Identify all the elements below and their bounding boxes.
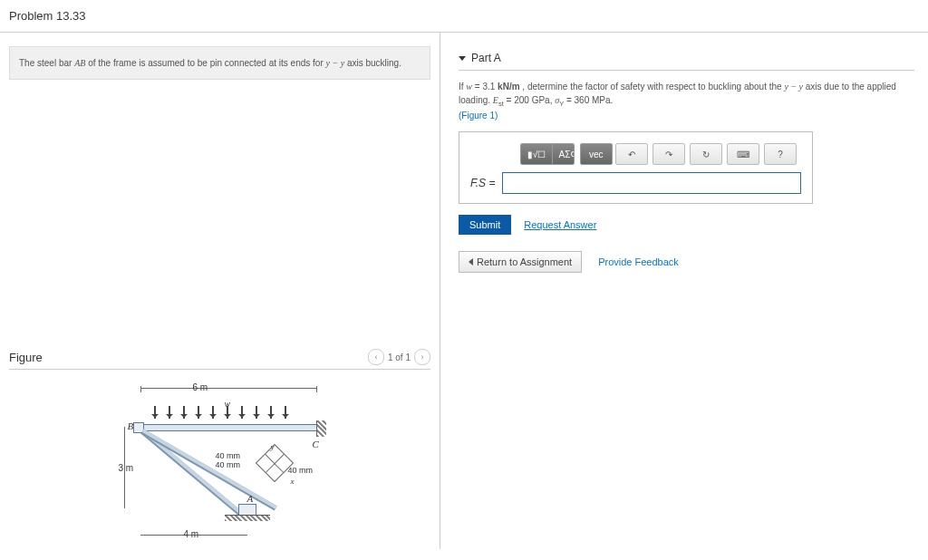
problem-intro: The steel bar AB of the frame is assumed… xyxy=(9,46,430,80)
beam xyxy=(140,424,319,431)
intro-text: axis buckling. xyxy=(344,58,401,68)
intro-text: of the frame is assumed to be pin connec… xyxy=(85,58,325,68)
part-title: Part A xyxy=(471,52,501,64)
reset-button[interactable]: ↻ xyxy=(690,143,722,165)
figure-pager: ‹ 1 of 1 › xyxy=(368,349,430,365)
pager-text: 1 of 1 xyxy=(388,352,411,362)
axis-x: x xyxy=(291,477,295,486)
load-arrows-icon xyxy=(148,406,311,422)
ground-icon xyxy=(225,515,270,521)
greek-button[interactable]: ΑΣΦ xyxy=(552,144,575,164)
pager-prev-button[interactable]: ‹ xyxy=(368,349,384,365)
part-header[interactable]: Part A xyxy=(459,46,914,71)
support-right-icon xyxy=(316,420,326,437)
dim-top: 6 m xyxy=(193,382,208,392)
brace-icon xyxy=(140,429,276,510)
figure-link[interactable]: (Figure 1) xyxy=(459,111,498,121)
dim-bottom: 4 m xyxy=(184,529,199,539)
axis-y: y xyxy=(271,442,275,451)
figure-diagram: 6 m w B C y x 40 mm 40 mm xyxy=(84,377,356,545)
caret-down-icon xyxy=(459,56,466,61)
undo-button[interactable]: ↶ xyxy=(615,143,648,165)
part-prompt: If w = 3.1 kN/m , determine the factor o… xyxy=(459,80,914,122)
redo-button[interactable]: ↷ xyxy=(652,143,685,165)
keyboard-button[interactable]: ⌨ xyxy=(727,143,759,165)
templates-button[interactable]: ▮√☐ xyxy=(521,144,552,164)
axis-text: y − y xyxy=(326,58,345,68)
answer-input[interactable] xyxy=(502,172,801,194)
dim-left: 3 m xyxy=(119,463,134,473)
chevron-left-icon xyxy=(469,258,473,266)
return-button[interactable]: Return to Assignment xyxy=(459,251,582,273)
problem-title: Problem 13.33 xyxy=(0,0,928,33)
request-answer-link[interactable]: Request Answer xyxy=(524,219,596,230)
feedback-link[interactable]: Provide Feedback xyxy=(598,256,679,267)
bar-name: AB xyxy=(74,58,85,68)
cross-section-icon xyxy=(255,444,293,482)
intro-text: The steel bar xyxy=(19,58,74,68)
return-label: Return to Assignment xyxy=(477,256,572,267)
point-B: B xyxy=(128,420,134,431)
math-toolbar: ▮√☐ ΑΣΦ ↓↑ vec ↶ ↷ ↻ ⌨ ? xyxy=(520,143,801,165)
dim-cs1: 40 mm xyxy=(216,451,241,460)
pager-next-button[interactable]: › xyxy=(414,349,430,365)
help-button[interactable]: ? xyxy=(764,143,797,165)
point-C: C xyxy=(313,439,319,449)
submit-button[interactable]: Submit xyxy=(459,215,511,235)
answer-label: F.S = xyxy=(470,177,495,189)
dim-cs3: 40 mm xyxy=(288,466,314,475)
point-A: A xyxy=(247,493,254,504)
figure-label: Figure xyxy=(9,351,43,364)
dim-cs2: 40 mm xyxy=(216,460,241,469)
vec-button[interactable]: vec xyxy=(580,143,613,165)
answer-box: ▮√☐ ΑΣΦ ↓↑ vec ↶ ↷ ↻ ⌨ ? F.S = xyxy=(459,131,813,204)
